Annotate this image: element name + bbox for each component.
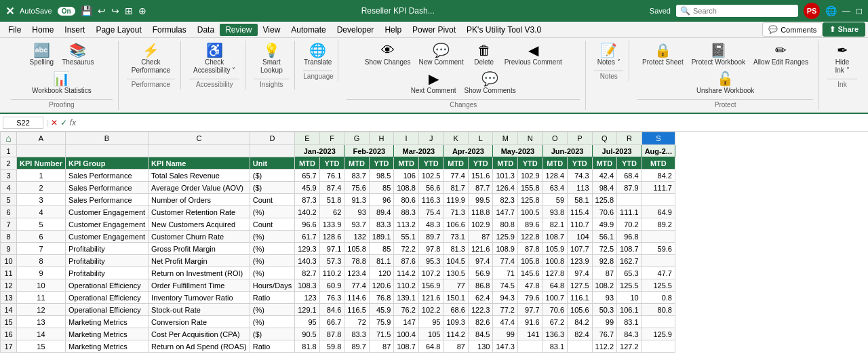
table-cell[interactable]: 108.2	[592, 279, 617, 292]
table-cell[interactable]: Ratio	[250, 340, 294, 353]
smart-lookup-button[interactable]: 💡 Smart Lookup	[254, 42, 289, 76]
table-cell[interactable]: 133.9	[319, 218, 344, 231]
table-cell[interactable]: 58.1	[568, 194, 593, 206]
menu-help[interactable]: Help	[379, 24, 407, 36]
table-cell[interactable]: 87.4	[319, 182, 344, 194]
table-cell[interactable]: 102.2	[418, 304, 443, 316]
table-cell[interactable]: 77	[443, 279, 469, 292]
table-cell[interactable]: 84.2	[568, 316, 593, 328]
table-cell[interactable]: 96	[369, 194, 394, 206]
row-header[interactable]: 3	[1, 170, 17, 182]
table-cell[interactable]: 102.9	[517, 170, 542, 182]
table-cell[interactable]: 114.6	[344, 292, 370, 304]
table-cell[interactable]: 93	[592, 292, 617, 304]
table-cell[interactable]: 132	[344, 231, 370, 243]
table-cell[interactable]: 55.1	[394, 231, 419, 243]
table-cell[interactable]: 45.9	[295, 182, 320, 194]
table-cell[interactable]: 97.1	[319, 243, 344, 255]
table-cell[interactable]: 82.6	[468, 316, 493, 328]
col-header-c[interactable]: C	[149, 132, 250, 145]
table-cell[interactable]: 65.3	[617, 267, 642, 279]
table-cell[interactable]: 82.7	[295, 267, 320, 279]
table-cell[interactable]: 89.2	[642, 218, 675, 231]
table-cell[interactable]: 108.7	[617, 243, 642, 255]
table-cell[interactable]: 70.6	[542, 304, 568, 316]
table-cell[interactable]: 81.8	[295, 340, 320, 353]
table-cell[interactable]: 104	[568, 231, 593, 243]
table-cell[interactable]: 105.8	[344, 243, 370, 255]
table-cell[interactable]: 91.6	[517, 316, 542, 328]
col-header-q[interactable]: Q	[592, 132, 617, 145]
row-header[interactable]: 10	[1, 255, 17, 267]
table-cell[interactable]: 125.9	[642, 328, 675, 340]
table-cell[interactable]: 64.8	[542, 279, 568, 292]
table-cell[interactable]: 105.9	[542, 243, 568, 255]
table-cell[interactable]: 110.7	[568, 218, 593, 231]
cell-feb-header[interactable]: Feb-2023	[344, 145, 394, 157]
table-cell[interactable]: 108.3	[295, 279, 320, 292]
table-cell[interactable]: 82.3	[493, 194, 518, 206]
table-cell[interactable]: 65.7	[295, 170, 320, 182]
save-icon[interactable]: 💾	[81, 5, 92, 16]
col-header-i[interactable]: I	[394, 132, 419, 145]
table-cell[interactable]: 72	[344, 316, 370, 328]
user-avatar[interactable]: PS	[804, 3, 820, 19]
menu-insert[interactable]: Insert	[59, 24, 90, 36]
cell-j2[interactable]: YTD	[418, 157, 443, 170]
table-cell[interactable]: 73.1	[443, 231, 469, 243]
cell-i2[interactable]: MTD	[394, 157, 419, 170]
table-cell[interactable]: 66.7	[319, 316, 344, 328]
table-cell[interactable]: 100.8	[542, 255, 568, 267]
table-cell[interactable]: 147.7	[493, 206, 518, 218]
table-cell[interactable]: 116.1	[568, 292, 593, 304]
table-cell[interactable]: 129.3	[295, 243, 320, 255]
table-cell[interactable]: 107.7	[568, 243, 593, 255]
table-cell[interactable]: 95.3	[418, 255, 443, 267]
table-cell[interactable]: 60.9	[319, 279, 344, 292]
cell-a2[interactable]: KPI Number	[17, 157, 66, 170]
hide-ink-button[interactable]: ✒ Hide Ink ˅	[827, 42, 857, 76]
table-cell[interactable]: 56.9	[468, 267, 493, 279]
col-header-f[interactable]: F	[319, 132, 344, 145]
table-cell[interactable]: 115.4	[568, 206, 593, 218]
table-cell[interactable]: Marketing Metrics	[65, 328, 148, 340]
col-header-a[interactable]: A	[17, 132, 66, 145]
table-cell[interactable]: 87	[443, 340, 469, 353]
spreadsheet-container[interactable]: ⌂ A B C D E F G H I J K L M N O P Q R S	[0, 132, 868, 354]
table-cell[interactable]: 0.8	[642, 292, 675, 304]
table-cell[interactable]: 67.2	[542, 316, 568, 328]
table-cell[interactable]: (%)	[250, 316, 294, 328]
allow-edit-ranges-button[interactable]: ✏ Allow Edit Ranges	[751, 42, 811, 68]
table-cell[interactable]: 111.1	[617, 206, 642, 218]
cell-k2[interactable]: MTD	[443, 157, 469, 170]
table-cell[interactable]: 98.5	[369, 170, 394, 182]
table-cell[interactable]: 122.8	[517, 231, 542, 243]
table-cell[interactable]: Hours/Days	[250, 279, 294, 292]
cell-b1[interactable]	[65, 145, 148, 157]
cell-n2[interactable]: YTD	[517, 157, 542, 170]
fx-icon[interactable]: fx	[70, 118, 76, 127]
table-cell[interactable]: 68.4	[617, 170, 642, 182]
table-cell[interactable]: 82.1	[542, 218, 568, 231]
redo-icon[interactable]: ↪	[111, 5, 119, 16]
table-cell[interactable]: 84.2	[642, 170, 675, 182]
table-cell[interactable]: 109.3	[443, 316, 469, 328]
table-cell[interactable]: 139.1	[394, 292, 419, 304]
table-cell[interactable]: 120.6	[369, 279, 394, 292]
table-cell[interactable]: Customer Retention Rate	[149, 206, 250, 218]
table-cell[interactable]: (%)	[250, 231, 294, 243]
unshare-workbook-button[interactable]: 🔓 Unshare Workbook	[694, 71, 757, 96]
col-header-m[interactable]: M	[493, 132, 518, 145]
table-cell[interactable]: 74.5	[493, 279, 518, 292]
table-cell[interactable]: 71.3	[443, 206, 469, 218]
col-header-l[interactable]: L	[468, 132, 493, 145]
cell-c2[interactable]: KPI Name	[149, 157, 250, 170]
table-cell[interactable]: 97.4	[468, 255, 493, 267]
table-cell[interactable]: 145.6	[517, 267, 542, 279]
notes-button[interactable]: 📝 Notes ˅	[594, 42, 624, 68]
table-cell[interactable]: Return on Ad Spend (ROAS)	[149, 340, 250, 353]
cell-r2[interactable]: YTD	[617, 157, 642, 170]
table-cell[interactable]: 126.4	[493, 182, 518, 194]
table-cell[interactable]: 84.6	[319, 304, 344, 316]
row-header[interactable]: 15	[1, 316, 17, 328]
